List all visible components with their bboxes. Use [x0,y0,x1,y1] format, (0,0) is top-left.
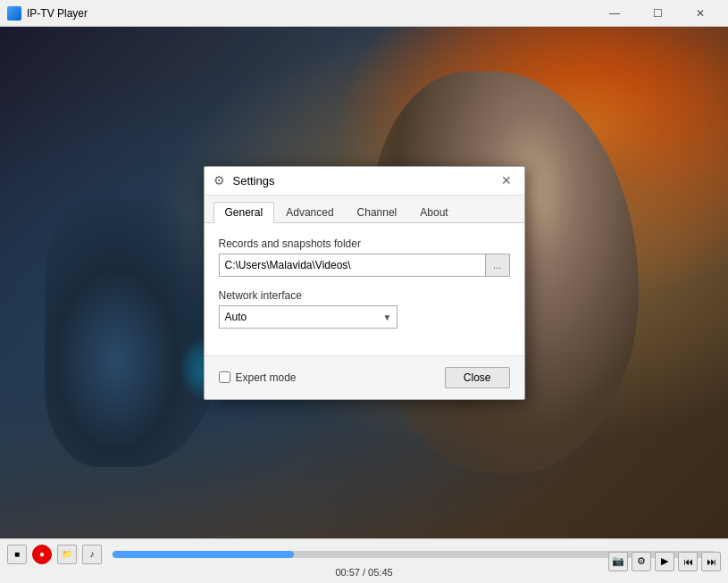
record-button[interactable]: ● [32,545,52,564]
playback-toolbar: ■ ● 📁 ♪ 📷 ⚙ ▶ ⏮ ⏭ 00:57 / 05:45 [0,538,728,583]
snapshot-button[interactable]: 📷 [608,552,628,571]
app-icon [7,6,21,21]
network-interface-select[interactable]: Auto Default Ethernet Wi-Fi [219,305,397,329]
time-display: 00:57 / 05:45 [335,567,392,578]
browse-button[interactable]: ... [485,254,510,277]
dialog-overlay: ⚙ Settings ✕ General Advanced Channel Ab… [0,27,728,538]
open-file-button[interactable]: 📁 [57,545,77,564]
expert-mode-checkbox[interactable] [219,371,230,383]
total-time: 05:45 [368,567,393,578]
settings-tabs: General Advanced Channel About [205,196,524,223]
progress-bar-fill [113,551,294,558]
maximize-button[interactable]: ☐ [637,0,678,27]
skip-forward-button[interactable]: ⏭ [701,552,721,571]
settings-button[interactable]: ⚙ [632,552,651,571]
tab-channel[interactable]: Channel [346,202,409,223]
minimize-button[interactable]: — [594,0,635,27]
stop-button[interactable]: ■ [7,545,27,564]
network-interface-group: Network interface Auto Default Ethernet … [219,289,510,329]
records-label: Records and snapshots folder [219,237,510,250]
network-label: Network interface [219,289,510,302]
title-bar: IP-TV Player — ☐ ✕ [0,0,728,27]
expert-mode-label[interactable]: Expert mode [236,371,297,384]
tab-general[interactable]: General [213,202,275,223]
window-controls: — ☐ ✕ [594,0,721,27]
tab-advanced[interactable]: Advanced [274,202,345,223]
close-dialog-button[interactable]: Close [445,367,510,388]
toolbar-right-controls: 📷 ⚙ ▶ ⏮ ⏭ [608,552,721,571]
settings-icon: ⚙ [213,173,228,187]
network-select-wrapper: Auto Default Ethernet Wi-Fi ▼ [219,305,397,329]
records-input-row: ... [219,254,510,277]
skip-back-button[interactable]: ⏮ [678,552,698,571]
close-button[interactable]: ✕ [680,0,721,27]
settings-dialog: ⚙ Settings ✕ General Advanced Channel Ab… [204,166,525,400]
records-folder-input[interactable] [219,254,485,277]
app-title: IP-TV Player [27,7,594,20]
dialog-content: Records and snapshots folder ... Network… [205,223,524,355]
volume-button[interactable]: ♪ [82,545,102,564]
toolbar-controls-row: ■ ● 📁 ♪ 📷 ⚙ ▶ ⏮ ⏭ [7,545,721,564]
play-button[interactable]: ▶ [655,552,674,571]
dialog-title: Settings [233,174,498,187]
current-time: 00:57 [335,567,360,578]
dialog-close-button[interactable]: ✕ [498,171,515,189]
dialog-footer: Expert mode Close [205,355,524,399]
dialog-title-bar: ⚙ Settings ✕ [205,167,524,196]
records-folder-group: Records and snapshots folder ... [219,237,510,277]
tab-about[interactable]: About [408,202,459,223]
expert-mode-group: Expert mode [219,371,297,384]
